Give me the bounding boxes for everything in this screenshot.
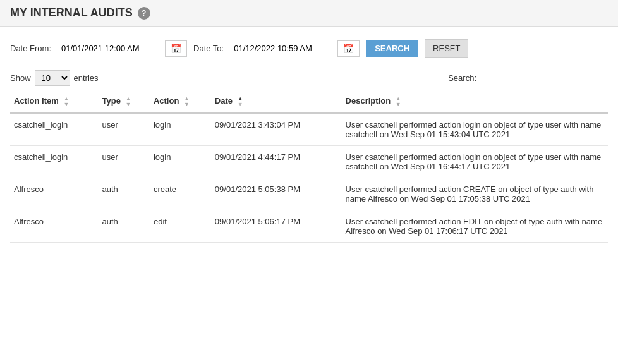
date-from-calendar-button[interactable]: 📅 bbox=[165, 40, 187, 57]
entries-label: entries bbox=[74, 73, 99, 83]
table-row: Alfresco auth edit 09/01/2021 5:06:17 PM… bbox=[10, 210, 608, 243]
cell-type: auth bbox=[99, 178, 150, 210]
help-icon[interactable]: ? bbox=[138, 7, 150, 20]
cell-date: 09/01/2021 4:44:17 PM bbox=[211, 146, 342, 178]
cell-action-item: Alfresco bbox=[10, 210, 99, 243]
cell-action: login bbox=[150, 113, 211, 146]
cell-action: edit bbox=[150, 210, 211, 243]
show-label: Show bbox=[10, 73, 31, 83]
show-entries-select[interactable]: 10 25 50 100 bbox=[35, 70, 70, 86]
col-description[interactable]: Description bbox=[342, 91, 608, 113]
show-section: Show 10 25 50 100 entries bbox=[10, 70, 99, 86]
cell-date: 09/01/2021 5:05:38 PM bbox=[211, 178, 342, 210]
sort-arrows-action-item bbox=[63, 96, 69, 107]
search-text-label: Search: bbox=[448, 73, 476, 83]
cell-action: create bbox=[150, 178, 211, 210]
col-type[interactable]: Type bbox=[99, 91, 150, 113]
date-to-calendar-button[interactable]: 📅 bbox=[337, 40, 360, 57]
col-date[interactable]: Date bbox=[211, 91, 342, 113]
cell-action: login bbox=[150, 146, 211, 178]
cell-description: User csatchell performed action login on… bbox=[342, 113, 608, 146]
date-from-input[interactable] bbox=[58, 41, 159, 56]
search-input[interactable] bbox=[482, 71, 608, 85]
cell-type: auth bbox=[99, 210, 150, 243]
date-from-label: Date From: bbox=[10, 44, 51, 53]
cell-description: User csatchell performed action CREATE o… bbox=[342, 178, 608, 210]
page-title-bar: MY INTERNAL AUDITS ? bbox=[0, 0, 618, 27]
cell-action-item: csatchell_login bbox=[10, 113, 99, 146]
col-action-item[interactable]: Action Item bbox=[10, 91, 99, 113]
col-action[interactable]: Action bbox=[150, 91, 211, 113]
sort-arrows-description bbox=[396, 96, 401, 107]
cell-action-item: Alfresco bbox=[10, 178, 99, 210]
page-title: MY INTERNAL AUDITS bbox=[10, 6, 133, 20]
table-row: csatchell_login user login 09/01/2021 4:… bbox=[10, 146, 608, 178]
table-row: csatchell_login user login 09/01/2021 3:… bbox=[10, 113, 608, 146]
date-to-label: Date To: bbox=[193, 44, 224, 53]
date-to-input[interactable] bbox=[230, 41, 331, 56]
table-body: csatchell_login user login 09/01/2021 3:… bbox=[10, 113, 608, 243]
sort-arrows-type bbox=[126, 96, 131, 107]
controls-row: Show 10 25 50 100 entries Search: bbox=[10, 70, 608, 86]
cell-type: user bbox=[99, 113, 150, 146]
table-row: Alfresco auth create 09/01/2021 5:05:38 … bbox=[10, 178, 608, 210]
filter-row: Date From: 📅 Date To: 📅 SEARCH RESET bbox=[10, 39, 608, 58]
sort-arrows-date bbox=[238, 96, 243, 107]
cell-type: user bbox=[99, 146, 150, 178]
search-button[interactable]: SEARCH bbox=[366, 40, 418, 57]
table-header-row: Action Item Type Action Date Description bbox=[10, 91, 608, 113]
cell-action-item: csatchell_login bbox=[10, 146, 99, 178]
cell-description: User csatchell performed action login on… bbox=[342, 146, 608, 178]
cell-description: User csatchell performed action EDIT on … bbox=[342, 210, 608, 243]
cell-date: 09/01/2021 5:06:17 PM bbox=[211, 210, 342, 243]
reset-button[interactable]: RESET bbox=[425, 39, 468, 58]
cell-date: 09/01/2021 3:43:04 PM bbox=[211, 113, 342, 146]
content-area: Date From: 📅 Date To: 📅 SEARCH RESET Sho… bbox=[0, 27, 618, 255]
search-section: Search: bbox=[448, 71, 608, 85]
audit-table: Action Item Type Action Date Description bbox=[10, 91, 608, 243]
sort-arrows-action bbox=[184, 96, 190, 107]
